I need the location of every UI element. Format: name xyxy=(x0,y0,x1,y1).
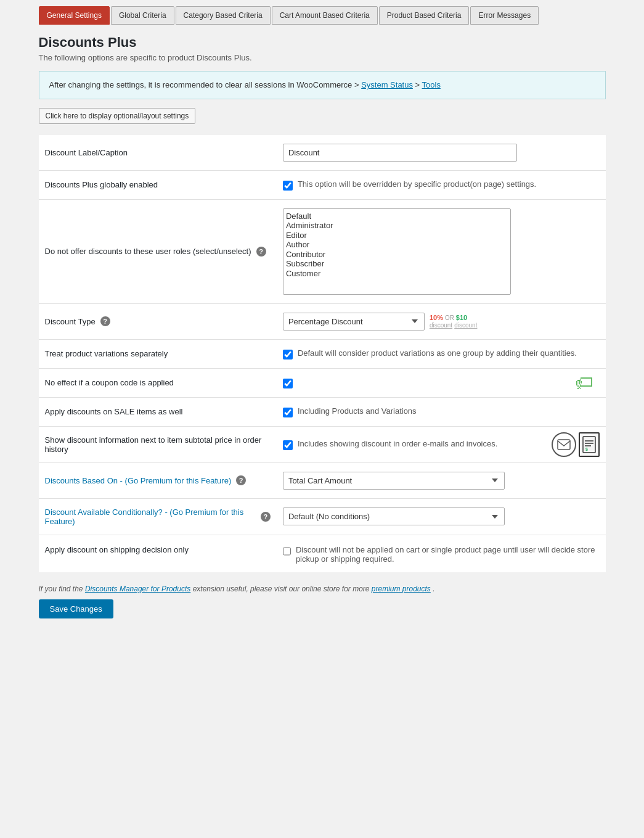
discount-pct: 10% xyxy=(430,314,443,321)
discount-type-help-icon[interactable]: ? xyxy=(100,316,110,326)
tab-cart-amount[interactable]: Cart Amount Based Criteria xyxy=(272,6,378,25)
coupon-code-checkbox[interactable] xyxy=(283,379,293,388)
value-globally-enabled: This option will be overridden by specif… xyxy=(277,170,606,199)
system-status-link[interactable]: System Status xyxy=(361,80,413,89)
svg-text:$: $ xyxy=(585,447,588,452)
tab-product-based[interactable]: Product Based Criteria xyxy=(379,6,470,25)
role-default[interactable]: Default xyxy=(286,212,508,221)
label-coupon-code: No effect if a coupon code is applied xyxy=(39,368,277,397)
label-sale-items: Apply discounts on SALE items as well xyxy=(39,397,277,426)
sale-items-wrap: Including Products and Variations xyxy=(283,406,600,417)
row-product-variations: Treat product variations separately Defa… xyxy=(39,339,606,368)
discounts-manager-link[interactable]: Discounts Manager for Products xyxy=(85,585,190,593)
info-sep: > xyxy=(415,80,422,89)
tab-general-settings[interactable]: General Settings xyxy=(39,6,110,25)
tabs-bar: General Settings Global Criteria Categor… xyxy=(39,6,606,25)
footer-text2: extension useful, please visit our onlin… xyxy=(193,585,372,593)
globally-enabled-checkbox[interactable] xyxy=(283,181,293,191)
product-variations-label: Default will consider product variations… xyxy=(298,348,577,358)
discounts-based-select[interactable]: Total Cart Amount Subtotal Item Count xyxy=(283,472,505,490)
role-customer[interactable]: Customer xyxy=(286,269,508,279)
value-discount-type: Percentage Discount Fixed Discount Fixed… xyxy=(277,303,606,339)
label-discounts-based-on: Discounts Based On - (Go Premium for thi… xyxy=(39,462,277,498)
discounts-based-help-icon[interactable]: ? xyxy=(236,475,246,485)
label-order-history: Show discount information next to item s… xyxy=(39,426,277,462)
role-administrator[interactable]: Administrator xyxy=(286,221,508,231)
shipping-decision-checkbox[interactable] xyxy=(283,546,291,556)
order-history-checkbox[interactable] xyxy=(283,440,293,450)
discount-badge: 10% OR $10 discount discount xyxy=(430,314,478,329)
row-discounts-based-on: Discounts Based On - (Go Premium for thi… xyxy=(39,462,606,498)
tag-icon: 🏷 xyxy=(575,372,593,393)
product-variations-wrap: Default will consider product variations… xyxy=(283,348,600,359)
user-roles-label-text: Do not offer discounts to these user rol… xyxy=(45,247,251,256)
discounts-based-label-wrap: Discounts Based On - (Go Premium for thi… xyxy=(45,475,271,485)
page-title: Discounts Plus xyxy=(39,35,606,51)
value-user-roles: Default Administrator Editor Author Cont… xyxy=(277,199,606,303)
discount-word2: discount xyxy=(454,322,477,329)
discount-type-wrap: Percentage Discount Fixed Discount Fixed… xyxy=(283,313,600,331)
row-coupon-code: No effect if a coupon code is applied 🏷 xyxy=(39,368,606,397)
label-discount-type: Discount Type ? xyxy=(39,303,277,339)
discount-conditional-help-icon[interactable]: ? xyxy=(261,512,271,522)
tab-global-criteria[interactable]: Global Criteria xyxy=(111,6,174,25)
discount-label-input[interactable] xyxy=(283,144,517,162)
save-changes-button[interactable]: Save Changes xyxy=(39,599,113,618)
row-discount-label: Discount Label/Caption xyxy=(39,135,606,171)
row-discount-type: Discount Type ? Percentage Discount Fixe… xyxy=(39,303,606,339)
value-coupon-code: 🏷 xyxy=(277,368,606,397)
label-globally-enabled: Discounts Plus globally enabled xyxy=(39,170,277,199)
value-sale-items: Including Products and Variations xyxy=(277,397,606,426)
premium-products-link[interactable]: premium products xyxy=(372,585,431,593)
user-roles-select[interactable]: Default Administrator Editor Author Cont… xyxy=(283,208,511,295)
tab-error-messages[interactable]: Error Messages xyxy=(470,6,539,25)
user-roles-help-icon[interactable]: ? xyxy=(256,247,266,257)
svg-rect-0 xyxy=(558,440,570,450)
tab-category-based[interactable]: Category Based Criteria xyxy=(176,6,271,25)
role-contributor[interactable]: Contributor xyxy=(286,250,508,260)
row-shipping-decision: Apply discount on shipping decision only… xyxy=(39,535,606,572)
label-shipping-decision: Apply discount on shipping decision only xyxy=(39,535,277,572)
settings-table: Discount Label/Caption Discounts Plus gl… xyxy=(39,135,606,572)
svg-rect-1 xyxy=(583,437,595,453)
value-order-history: Includes showing discount in order e-mai… xyxy=(277,426,606,462)
sale-items-label: Including Products and Variations xyxy=(298,406,417,416)
footer-text3: . xyxy=(433,585,434,593)
email-icon xyxy=(552,432,576,457)
sale-items-checkbox[interactable] xyxy=(283,408,293,417)
row-sale-items: Apply discounts on SALE items as well In… xyxy=(39,397,606,426)
discount-type-select[interactable]: Percentage Discount Fixed Discount Fixed… xyxy=(283,313,425,331)
invoice-icons: $ xyxy=(552,432,600,457)
role-subscriber[interactable]: Subscriber xyxy=(286,259,508,269)
product-variations-checkbox[interactable] xyxy=(283,350,293,359)
page-subtitle: The following options are specific to pr… xyxy=(39,53,606,62)
value-shipping-decision: Discount will not be applied on cart or … xyxy=(277,535,606,572)
invoice-icon: $ xyxy=(579,432,600,457)
discount-amt: $10 xyxy=(456,314,467,321)
discount-word1: discount xyxy=(430,322,452,329)
label-discount-label: Discount Label/Caption xyxy=(39,135,277,171)
info-box: After changing the settings, it is recom… xyxy=(39,71,606,99)
label-user-roles: Do not offer discounts to these user rol… xyxy=(39,199,277,303)
coupon-code-wrap xyxy=(283,377,600,388)
value-discount-label xyxy=(277,135,606,171)
globally-enabled-label: This option will be overridden by specif… xyxy=(298,179,536,189)
value-discounts-based-on: Total Cart Amount Subtotal Item Count xyxy=(277,462,606,498)
role-author[interactable]: Author xyxy=(286,240,508,250)
row-discount-conditional: Discount Available Conditionally? - (Go … xyxy=(39,498,606,535)
shipping-decision-label: Discount will not be applied on cart or … xyxy=(296,545,600,564)
value-product-variations: Default will consider product variations… xyxy=(277,339,606,368)
info-text: After changing the settings, it is recom… xyxy=(49,80,362,89)
tools-link[interactable]: Tools xyxy=(422,80,441,89)
footer-text: If you find the Discounts Manager for Pr… xyxy=(39,585,606,593)
layout-settings-button[interactable]: Click here to display optional/layout se… xyxy=(39,108,196,124)
role-editor[interactable]: Editor xyxy=(286,231,508,240)
discount-type-label-text: Discount Type xyxy=(45,317,96,326)
discount-conditional-label-text: Discount Available Conditionally? - (Go … xyxy=(45,507,256,526)
row-user-roles: Do not offer discounts to these user rol… xyxy=(39,199,606,303)
discount-sep: OR xyxy=(445,314,456,321)
user-roles-label-wrap: Do not offer discounts to these user rol… xyxy=(45,247,271,257)
label-discount-conditional: Discount Available Conditionally? - (Go … xyxy=(39,498,277,535)
value-discount-conditional: Default (No conditions) Logged In Users … xyxy=(277,498,606,535)
discount-conditional-select[interactable]: Default (No conditions) Logged In Users … xyxy=(283,507,505,525)
